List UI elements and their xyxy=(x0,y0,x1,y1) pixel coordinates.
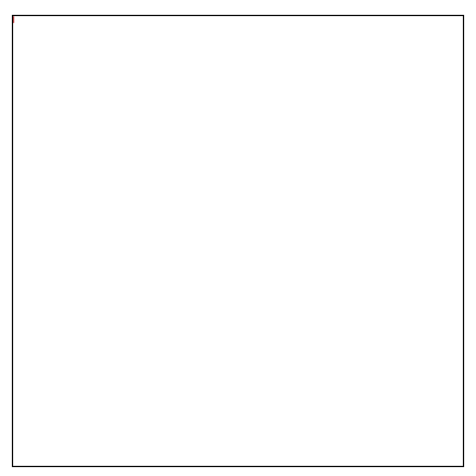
svg-rect-0 xyxy=(13,16,463,466)
chart-stage xyxy=(0,0,476,476)
plot-frame xyxy=(12,15,464,467)
optimal-range-marker xyxy=(13,16,14,23)
gradient-background xyxy=(13,16,463,466)
